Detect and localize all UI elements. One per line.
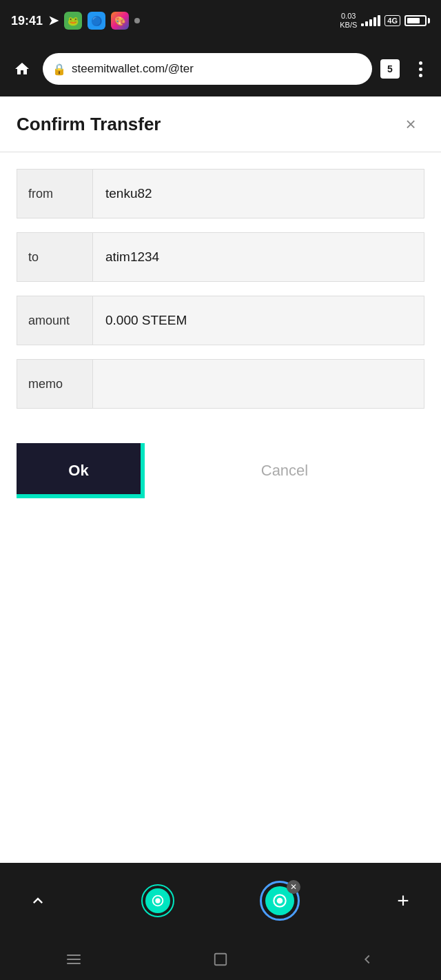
app-icon-1: 🐸 [64,12,82,30]
svg-rect-7 [215,954,227,966]
battery-fill [407,18,420,23]
app-nav-icon-1-inner [145,888,170,913]
notification-dot [134,18,140,23]
network-badge: 4G [384,15,400,26]
bar2 [365,21,368,26]
memo-field-row: memo [17,359,424,409]
close-badge-icon: ✕ [287,880,300,894]
lock-icon: 🔒 [52,63,66,76]
tab-count-button[interactable]: 5 [379,58,401,80]
header-divider [0,152,441,152]
svg-point-0 [155,898,160,903]
amount-value: 0.000 STEEM [93,296,424,345]
status-left: 19:41 ➤ 🐸 🔵 🎨 [11,12,140,30]
app-icon-3: 🎨 [111,12,129,30]
app-icon-2: 🔵 [88,12,105,30]
form-fields: from tenku82 to atim1234 amount 0.000 ST… [17,169,424,422]
bottom-nav: ✕ + [0,863,441,939]
to-label: to [17,233,93,281]
android-nav-bar [0,939,441,980]
status-bar: 19:41 ➤ 🐸 🔵 🎨 0.03 KB/S 4G [0,0,441,41]
svg-rect-6 [67,963,81,964]
menu-dot-1 [419,61,422,65]
bar1 [361,23,364,26]
time-display: 19:41 [11,14,43,28]
from-field-row: from tenku82 [17,169,424,218]
amount-field-row: amount 0.000 STEEM [17,296,424,345]
status-right: 0.03 KB/S 4G [340,12,430,30]
signal-bars [361,15,380,26]
plus-icon: + [397,889,409,912]
amount-label: amount [17,296,93,345]
svg-rect-5 [67,959,81,960]
battery-indicator [404,15,430,26]
button-row: Ok Cancel [17,443,424,498]
dialog-header: Confirm Transfer × [17,110,424,138]
close-button[interactable]: × [397,110,424,138]
ok-button[interactable]: Ok [17,443,141,498]
battery-tip [428,18,430,23]
dialog-title: Confirm Transfer [17,114,161,135]
confirm-transfer-dialog: Confirm Transfer × from tenku82 to atim1… [0,96,441,519]
memo-value[interactable] [93,360,424,408]
svg-point-2 [277,898,283,904]
up-arrow-button[interactable] [21,884,55,918]
nav-arrow-icon: ➤ [48,13,59,28]
menu-dot-2 [419,68,422,71]
browser-bar: 🔒 steemitwallet.com/@ter 5 [0,41,441,96]
empty-area [0,519,441,795]
menu-dot-3 [419,74,422,77]
bar5 [378,15,380,26]
data-speed: 0.03 KB/S [340,12,357,30]
android-back-button[interactable] [353,946,381,973]
cancel-button[interactable]: Cancel [145,443,424,498]
bar4 [373,17,376,26]
from-value: tenku82 [93,170,424,218]
bar3 [369,19,372,26]
app-nav-icon-2[interactable]: ✕ [260,881,300,921]
to-field-row: to atim1234 [17,232,424,282]
memo-label: memo [17,360,93,408]
url-bar[interactable]: 🔒 steemitwallet.com/@ter [43,53,372,85]
to-value: atim1234 [93,233,424,281]
svg-rect-4 [67,955,81,956]
android-menu-button[interactable] [60,946,88,973]
url-text[interactable]: steemitwallet.com/@ter [72,62,362,76]
page-content: Confirm Transfer × from tenku82 to atim1… [0,96,441,863]
home-button[interactable] [8,55,36,83]
android-home-button[interactable] [207,946,234,973]
from-label: from [17,170,93,218]
app-nav-icon-1[interactable] [141,884,174,917]
add-tab-button[interactable]: + [386,884,420,918]
browser-menu-button[interactable] [408,57,433,81]
battery-body [404,15,427,26]
